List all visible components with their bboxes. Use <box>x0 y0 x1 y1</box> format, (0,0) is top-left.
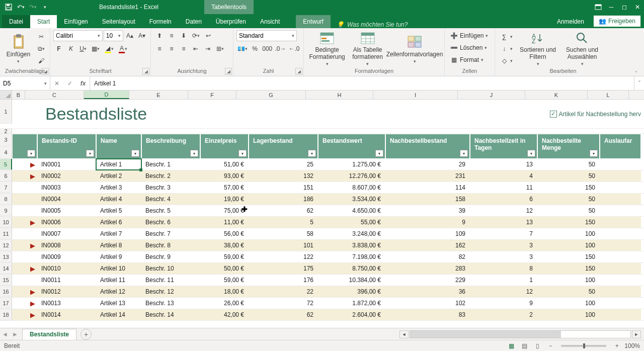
cell-auslauf[interactable] <box>600 228 641 239</box>
cell-reorder[interactable]: 39 <box>385 205 470 216</box>
table-row[interactable]: 11IN0007Artikel 7Beschr. 756,00 €583.248… <box>0 228 644 240</box>
col-header-F[interactable]: F <box>188 90 236 99</box>
decrease-font-button[interactable]: A▾ <box>136 30 147 41</box>
cell-desc[interactable]: Beschr. 14 <box>141 309 200 320</box>
cell-price[interactable]: 26,00 € <box>200 298 249 309</box>
col-header-D[interactable]: D <box>84 90 129 99</box>
cell-id[interactable]: IN0011 <box>37 275 96 286</box>
cell-auslauf[interactable] <box>600 217 641 228</box>
cell-days[interactable]: 11 <box>470 182 537 193</box>
cut-button[interactable]: ✂ <box>36 31 47 42</box>
col-header-C[interactable]: C <box>25 90 84 99</box>
insert-function-button[interactable]: fx <box>76 78 90 89</box>
cell-desc[interactable]: Beschr. 8 <box>141 240 200 251</box>
align-left-button[interactable]: ≡ <box>154 43 165 54</box>
cell-name[interactable]: Artikel 14 <box>96 309 141 320</box>
filter-qty[interactable]: ▾ <box>590 150 598 157</box>
find-select-button[interactable]: Suchen und Auswählen▾ <box>561 31 603 66</box>
cell-value[interactable]: 7.198,00 € <box>318 251 385 262</box>
cell-reorder[interactable]: 109 <box>385 228 470 239</box>
insert-cells-button[interactable]: ➕Einfügen ▾ <box>448 30 492 41</box>
bold-button[interactable]: F <box>53 43 64 54</box>
cell-stock[interactable]: 122 <box>249 251 318 262</box>
cell-name[interactable]: Artikel 8 <box>96 240 141 251</box>
cell-reorder[interactable]: 102 <box>385 298 470 309</box>
row-header[interactable]: 14 <box>0 263 12 274</box>
zoom-slider[interactable] <box>561 345 606 347</box>
copy-button[interactable]: ⧉▾ <box>36 43 47 54</box>
cell-id[interactable]: IN0006 <box>37 217 96 228</box>
table-row[interactable]: 16▶IN0012Artikel 12Beschr. 1218,00 €2239… <box>0 286 644 298</box>
cell-price[interactable]: 59,00 € <box>200 251 249 262</box>
tab-formeln[interactable]: Formeln <box>142 15 179 28</box>
cell-reorder[interactable]: 283 <box>385 263 470 274</box>
th-nachbestellte-menge[interactable]: Nachbestellte Menge▾ <box>537 134 600 159</box>
cell-price[interactable]: 38,00 € <box>200 240 249 251</box>
number-format-combo[interactable]: Standard▾ <box>236 30 297 41</box>
cell-reorder[interactable]: 36 <box>385 286 470 297</box>
cell-desc[interactable]: Beschr. 2 <box>141 170 200 182</box>
filter-reorder[interactable]: ▾ <box>460 150 468 157</box>
cell-price[interactable]: 75,00 € <box>200 205 249 216</box>
cell-value[interactable]: 1.872,00 € <box>318 298 385 309</box>
view-page-break-button[interactable]: ▯ <box>532 341 543 350</box>
cell-qty[interactable]: 150 <box>537 263 600 274</box>
cell-id[interactable]: IN0014 <box>37 309 96 320</box>
th-nachbestellbestand[interactable]: Nachbestellbestand▾ <box>385 134 470 159</box>
cell-qty[interactable]: 50 <box>537 205 600 216</box>
table-row[interactable]: 7IN0003Artikel 3Beschr. 357,00 €1518.607… <box>0 182 644 194</box>
th-auslaufartikel[interactable]: Auslaufar <box>600 134 641 159</box>
cell-desc[interactable]: Beschr. 3 <box>141 182 200 193</box>
cell-price[interactable]: 50,00 € <box>200 263 249 274</box>
tab-ansicht[interactable]: Ansicht <box>253 15 287 28</box>
number-launcher[interactable]: ◢ <box>295 68 302 75</box>
cell-value[interactable]: 8.750,00 € <box>318 263 385 274</box>
tab-daten[interactable]: Daten <box>179 15 209 28</box>
tab-datei[interactable]: Datei <box>2 15 30 28</box>
cell-stock[interactable]: 175 <box>249 263 318 274</box>
decrease-decimal-button[interactable]: ←.0 <box>288 43 300 54</box>
col-header-K[interactable]: K <box>525 90 588 99</box>
increase-indent-button[interactable]: ⇥ <box>202 43 213 54</box>
reorder-highlight-checkbox[interactable]: ✓ <box>550 111 557 118</box>
cell-auslauf[interactable] <box>600 159 641 170</box>
table-row[interactable]: 13IN0009Artikel 9Beschr. 959,00 €1227.19… <box>0 251 644 263</box>
filter-id[interactable]: ▾ <box>86 150 94 157</box>
sheet-nav-next[interactable]: ► <box>10 329 20 340</box>
maximize-button[interactable]: ◻ <box>618 0 631 14</box>
cell-price[interactable]: 18,00 € <box>200 286 249 297</box>
row-header[interactable]: 18 <box>0 309 12 320</box>
cell-auslauf[interactable] <box>600 263 641 274</box>
cell-id[interactable]: IN0009 <box>37 251 96 262</box>
cell-qty[interactable]: 100 <box>537 228 600 239</box>
accounting-button[interactable]: 💶▾ <box>236 43 248 54</box>
cell-stock[interactable]: 72 <box>249 298 318 309</box>
name-box[interactable]: D5▾ <box>0 76 50 90</box>
cell-qty[interactable]: 150 <box>537 182 600 193</box>
cell-qty[interactable]: 50 <box>537 286 600 297</box>
align-middle-button[interactable]: ≡ <box>166 30 177 41</box>
cell-value[interactable]: 2.604,00 € <box>318 309 385 320</box>
zoom-out-button[interactable]: − <box>545 341 556 350</box>
cell-qty[interactable]: 50 <box>537 194 600 205</box>
cell-name[interactable]: Artikel 1 <box>96 159 141 170</box>
font-color-button[interactable]: A▾ <box>117 43 129 54</box>
tell-me-search[interactable]: 💡 Was möchten Sie tun? <box>337 21 408 28</box>
cell-reorder[interactable]: 83 <box>385 309 470 320</box>
fill-button[interactable]: ↓▾ <box>498 43 515 54</box>
cell-qty[interactable]: 150 <box>537 251 600 262</box>
tab-einfuegen[interactable]: Einfügen <box>57 15 95 28</box>
sheet-nav-prev[interactable]: ◄ <box>0 329 10 340</box>
share-button[interactable]: 👥Freigeben <box>593 15 641 27</box>
cell-auslauf[interactable] <box>600 251 641 262</box>
comma-button[interactable]: 000 <box>261 43 273 54</box>
redo-button[interactable]: ↷ ▾ <box>27 2 38 13</box>
cell-id[interactable]: IN0005 <box>37 205 96 216</box>
cell-value[interactable]: 4.650,00 € <box>318 205 385 216</box>
cell-days[interactable]: 1 <box>470 275 537 286</box>
cell-price[interactable]: 93,00 € <box>200 170 249 182</box>
col-header-L[interactable]: L <box>588 90 629 99</box>
increase-decimal-button[interactable]: .0→ <box>274 43 287 54</box>
table-row[interactable]: 8IN0004Artikel 4Beschr. 419,00 €1863.534… <box>0 194 644 205</box>
cell-reorder[interactable]: 229 <box>385 275 470 286</box>
